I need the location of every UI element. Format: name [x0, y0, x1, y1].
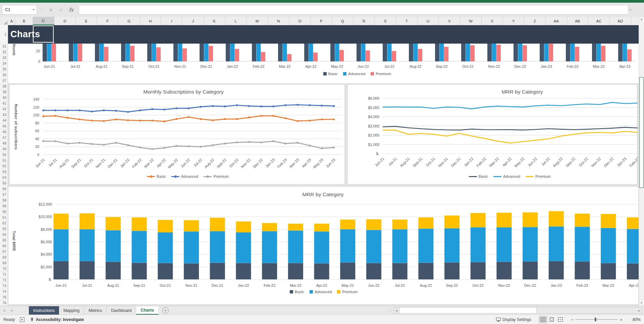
row-header-65[interactable]: 65 — [0, 237, 8, 243]
column-header-Z[interactable]: Z — [524, 17, 546, 25]
row-header-45[interactable]: 45 — [0, 123, 8, 129]
column-header-AB[interactable]: AB — [567, 17, 589, 25]
name-box[interactable]: C1 ▾ — [2, 5, 37, 14]
row-header-46[interactable]: 46 — [0, 129, 8, 135]
scroll-left-icon[interactable]: ◂ — [394, 308, 399, 313]
row-header-66[interactable]: 66 — [0, 243, 8, 249]
column-header-B[interactable]: B — [15, 17, 33, 25]
sheet-tab-metrics[interactable]: Metrics — [84, 306, 107, 315]
column-header-S[interactable]: S — [375, 17, 396, 25]
scroll-down-icon[interactable]: ▼ — [639, 301, 644, 306]
row-header-50[interactable]: 50 — [0, 152, 8, 158]
mrr-stacked-bar-chart-panel[interactable]: MRR by Category$-$2,000$4,000$6,000$8,00… — [8, 186, 639, 305]
scroll-up-icon[interactable]: ▲ — [639, 17, 644, 22]
accessibility-status[interactable]: Accessibility: Investigate — [30, 317, 84, 322]
row-header-70[interactable]: 70 — [0, 266, 8, 272]
row-header-43[interactable]: 43 — [0, 112, 8, 118]
column-header-L[interactable]: L — [225, 17, 247, 25]
display-settings-button[interactable]: Display Settings — [496, 317, 531, 322]
row-header-62[interactable]: 62 — [0, 220, 8, 226]
horizontal-scroll-thumb[interactable] — [399, 308, 537, 313]
column-header-J[interactable]: J — [182, 17, 204, 25]
column-header-X[interactable]: X — [482, 17, 503, 25]
sheet-tab-charts[interactable]: Charts — [136, 306, 158, 315]
row-header-57[interactable]: 57 — [0, 192, 8, 198]
row-header-49[interactable]: 49 — [0, 146, 8, 152]
page-break-view-button[interactable] — [556, 316, 565, 323]
row-header-69[interactable]: 69 — [0, 260, 8, 266]
row-header-47[interactable]: 47 — [0, 135, 8, 141]
row-header-1[interactable]: 1 — [0, 25, 8, 44]
row-header-54[interactable]: 54 — [0, 175, 8, 180]
row-header-71[interactable]: 71 — [0, 272, 8, 277]
row-header-51[interactable]: 51 — [0, 158, 8, 163]
row-header-73[interactable]: 73 — [0, 283, 8, 289]
row-header-44[interactable]: 44 — [0, 118, 8, 123]
column-header-W[interactable]: W — [460, 17, 482, 25]
row-header-39[interactable]: 39 — [0, 89, 8, 95]
column-header-G[interactable]: G — [118, 17, 140, 25]
row-header-38[interactable]: 38 — [0, 84, 8, 89]
horizontal-scroll-track[interactable] — [537, 308, 637, 313]
select-all-corner[interactable] — [0, 17, 8, 25]
column-header-D[interactable]: D — [54, 17, 76, 25]
column-header-V[interactable]: V — [439, 17, 460, 25]
row-header-67[interactable]: 67 — [0, 249, 8, 255]
row-header-74[interactable]: 74 — [0, 289, 8, 294]
zoom-slider[interactable] — [576, 319, 618, 320]
column-header-H[interactable]: H — [140, 17, 161, 25]
column-header-R[interactable]: R — [354, 17, 375, 25]
zoom-in-button[interactable]: + — [619, 317, 624, 322]
row-header-40[interactable]: 40 — [0, 95, 8, 101]
column-header-N[interactable]: N — [268, 17, 289, 25]
row-header-75[interactable]: 75 — [0, 294, 8, 300]
vertical-scroll-thumb[interactable] — [639, 77, 644, 188]
vertical-scrollbar[interactable]: ▲ ▼ — [639, 17, 644, 306]
row-header-55[interactable]: 55 — [0, 180, 8, 186]
column-header-E[interactable]: E — [76, 17, 97, 25]
zoom-level[interactable]: 80% — [626, 317, 641, 322]
column-header-F[interactable]: F — [97, 17, 118, 25]
sheet-tab-instructions[interactable]: Instructions — [29, 306, 59, 315]
sheet-tab-dashboard[interactable]: Dashboard — [107, 306, 136, 315]
column-header-Q[interactable]: Q — [332, 17, 354, 25]
tab-nav-right-icon[interactable]: ▸ — [8, 306, 16, 315]
row-header-76[interactable]: 76 — [0, 300, 8, 306]
subscriptions-bar-chart-panel[interactable]: 020Jun-21Jul-21Aug-21Sep-21Oct-21Nov-21D… — [8, 44, 639, 83]
row-header-36[interactable]: 36 — [0, 72, 8, 78]
row-header-41[interactable]: 41 — [0, 101, 8, 106]
scrollbar-resize-handle[interactable]: ⋮⋮ — [386, 306, 392, 315]
formula-bar-expand-icon[interactable]: ˅ — [630, 8, 632, 12]
column-header-I[interactable]: I — [161, 17, 182, 25]
row-header-48[interactable]: 48 — [0, 141, 8, 146]
horizontal-scrollbar[interactable]: ◂ ▸ — [394, 307, 642, 314]
sheet-tab-mapping[interactable]: Mapping — [59, 306, 84, 315]
row-header-64[interactable]: 64 — [0, 232, 8, 237]
row-header-56[interactable]: 56 — [0, 186, 8, 192]
zoom-slider-thumb[interactable] — [595, 318, 596, 321]
page-layout-view-button[interactable] — [547, 316, 556, 323]
column-header-M[interactable]: M — [247, 17, 268, 25]
sheet-title-banner[interactable]: Charts — [8, 25, 639, 44]
row-header-37[interactable]: 37 — [0, 78, 8, 84]
row-header-35[interactable]: 35 — [0, 66, 8, 72]
row-header-58[interactable]: 58 — [0, 198, 8, 203]
row-header-32[interactable]: 32 — [0, 49, 8, 55]
row-header-68[interactable]: 68 — [0, 255, 8, 260]
row-header-59[interactable]: 59 — [0, 203, 8, 209]
row-header-52[interactable]: 52 — [0, 163, 8, 169]
row-header-42[interactable]: 42 — [0, 106, 8, 112]
formula-input[interactable] — [79, 5, 628, 14]
row-header-60[interactable]: 60 — [0, 209, 8, 215]
column-header-AD[interactable]: AD — [610, 17, 631, 25]
insert-function-icon[interactable]: fx — [66, 7, 76, 12]
cancel-entry-icon[interactable]: ✕ — [46, 7, 56, 12]
row-header-61[interactable]: 61 — [0, 215, 8, 220]
column-header-P[interactable]: P — [311, 17, 332, 25]
zoom-out-button[interactable]: − — [570, 317, 575, 322]
macro-record-icon[interactable] — [20, 317, 24, 322]
column-header-K[interactable]: K — [204, 17, 225, 25]
mrr-line-chart-panel[interactable]: MRR by Category$-$1,000$2,000$3,000$4,00… — [347, 85, 637, 184]
tab-nav-left-icon[interactable]: ◂ — [0, 306, 8, 315]
row-header-53[interactable]: 53 — [0, 169, 8, 175]
